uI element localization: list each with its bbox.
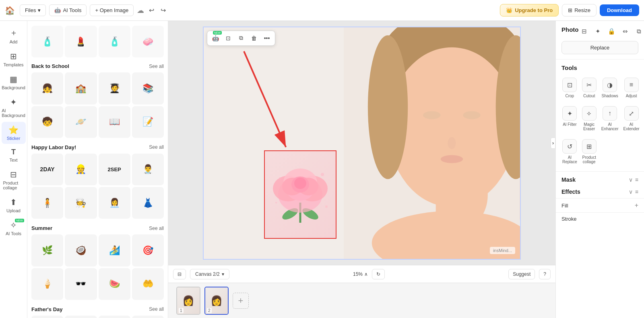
mask-expand-icon[interactable]: ∨ xyxy=(629,176,633,183)
svg-point-8 xyxy=(423,111,441,119)
sidebar-item-label: Text xyxy=(9,158,17,162)
watermark: insMind... xyxy=(490,247,515,254)
undo-icon[interactable]: ↩ xyxy=(147,5,156,16)
tools-title: Tools xyxy=(561,64,638,71)
sticker-item[interactable]: 👨‍⚕️ xyxy=(132,154,164,185)
page-thumb-2[interactable]: 👩 2 xyxy=(204,287,229,315)
svg-rect-16 xyxy=(436,187,468,227)
collapse-panel-btn[interactable]: › xyxy=(551,137,555,149)
download-button[interactable]: Download xyxy=(600,4,639,16)
flip-panel-icon[interactable]: ⇔ xyxy=(620,26,631,37)
help-button[interactable]: ? xyxy=(539,269,551,279)
sticker-product-3[interactable]: 🧴 xyxy=(99,26,130,57)
rose-selection-overlay[interactable] xyxy=(264,150,336,239)
sticker-item[interactable]: ⌚ xyxy=(99,316,130,318)
resize-button[interactable]: ⊞ Resize xyxy=(562,4,597,16)
upgrade-button[interactable]: 👑 Upgrade to Pro xyxy=(500,4,559,16)
sticker-item[interactable]: 👨‍👧 xyxy=(31,316,63,318)
more-toolbar-btn[interactable]: ••• xyxy=(261,33,272,44)
layers-panel-icon[interactable]: ⊟ xyxy=(579,26,590,37)
tool-ai-extender[interactable]: ⤢ AI Extender xyxy=(623,104,640,133)
sidebar-item-label: Product collage xyxy=(3,181,24,190)
tool-shadows[interactable]: ◑ Shadows xyxy=(601,75,619,101)
sidebar-item-text[interactable]: T Text xyxy=(2,145,26,166)
sticker-item[interactable]: 🕶️ xyxy=(65,268,97,300)
sticker-item[interactable]: 🏫 xyxy=(65,72,97,104)
canvas-selector[interactable]: Canvas 2/2 ▾ xyxy=(190,269,229,279)
sidebar-item-product-collage[interactable]: ⊟ Product collage xyxy=(2,166,26,193)
sticker-item[interactable]: 🧑‍🎓 xyxy=(99,72,130,104)
sticker-item[interactable]: 📝 xyxy=(132,106,164,138)
sticker-item[interactable]: 🍦 xyxy=(31,268,63,300)
sticker-item[interactable]: 🧒 xyxy=(31,106,63,138)
tool-crop[interactable]: ⊡ Crop xyxy=(561,75,578,101)
sidebar-item-ai-tools[interactable]: ✧ AI Tools NEW xyxy=(2,217,26,239)
tool-product-collage[interactable]: ⊞ Product collage xyxy=(581,137,597,166)
tool-adjust[interactable]: ≡ Adjust xyxy=(623,75,640,101)
sidebar-item-sticker[interactable]: ⭐ Sticker xyxy=(2,122,26,144)
sidebar-item-templates[interactable]: ⊞ Templates xyxy=(2,48,26,70)
sticker-item[interactable]: 🌿 xyxy=(31,234,63,266)
sticker-item[interactable]: 🧑‍🍳 xyxy=(65,187,97,219)
home-icon[interactable]: 🏠 xyxy=(5,6,15,15)
effects-expand-icon[interactable]: ∨ xyxy=(629,189,633,195)
sticker-product-4[interactable]: 🧼 xyxy=(132,26,164,57)
tool-ai-filter[interactable]: ✦ AI Filter xyxy=(561,104,578,133)
sidebar-item-add[interactable]: ＋ Add xyxy=(2,24,26,47)
sidebar-item-upload[interactable]: ⬆ Upload xyxy=(2,194,26,216)
rotate-button[interactable]: ↻ xyxy=(372,269,385,279)
ai-filter-icon: ✦ xyxy=(562,106,577,121)
sticker-product-1[interactable]: 🧴 xyxy=(31,26,63,57)
sticker-item[interactable]: 👔 xyxy=(132,316,164,318)
ai-tools-button[interactable]: 🤖 AI Tools xyxy=(49,4,87,16)
sticker-item[interactable]: 🪐 xyxy=(65,106,97,138)
layers-button[interactable]: ⊟ xyxy=(173,269,186,279)
see-all-link[interactable]: See all xyxy=(149,306,164,312)
sticker-item[interactable]: 👧 xyxy=(31,72,63,104)
sticker-item[interactable]: 👨‍👦 xyxy=(65,316,97,318)
duplicate-toolbar-btn[interactable]: ⊡ xyxy=(223,33,234,44)
sticker-item[interactable]: 👩‍💼 xyxy=(99,187,130,219)
files-menu[interactable]: Files ▾ xyxy=(20,4,46,16)
tool-ai-replace[interactable]: ↺ AI Replace xyxy=(561,137,578,166)
see-all-link[interactable]: See all xyxy=(149,64,164,69)
sidebar-item-ai-background[interactable]: ✦ AI Background xyxy=(2,94,26,121)
delete-toolbar-btn[interactable]: 🗑 xyxy=(248,33,260,44)
ai-panel-icon[interactable]: ✦ xyxy=(592,26,604,37)
sticker-item[interactable]: 🤲 xyxy=(132,268,164,300)
sticker-item[interactable]: 🏄 xyxy=(99,234,130,266)
sticker-item[interactable]: 👗 xyxy=(132,187,164,219)
mask-settings-icon[interactable]: ≡ xyxy=(635,176,638,183)
see-all-link[interactable]: See all xyxy=(149,226,164,231)
sticker-item[interactable]: 2DAY xyxy=(31,154,63,185)
sticker-item[interactable]: 2SEP xyxy=(99,154,130,185)
effects-settings-icon[interactable]: ≡ xyxy=(635,189,638,195)
canvas-wrapper[interactable]: NEW 🤖 ⊡ ⧉ 🗑 ••• xyxy=(168,21,555,265)
tool-cutout[interactable]: ✂ Cutout xyxy=(581,75,597,101)
svg-point-32 xyxy=(321,173,324,176)
sticker-item[interactable]: 🧍 xyxy=(31,187,63,219)
redo-icon[interactable]: ↪ xyxy=(159,5,167,16)
sidebar-item-background[interactable]: ▦ Background xyxy=(2,71,26,93)
sticker-product-2[interactable]: 💄 xyxy=(65,26,97,57)
sticker-item[interactable]: 🎯 xyxy=(132,234,164,266)
see-all-link[interactable]: See all xyxy=(149,144,164,150)
open-image-button[interactable]: + Open Image xyxy=(90,4,134,16)
lock-panel-icon[interactable]: 🔒 xyxy=(606,26,617,37)
sticker-item[interactable]: 👷 xyxy=(65,154,97,185)
cloud-icon[interactable]: ☁ xyxy=(137,6,144,15)
tool-magic-eraser[interactable]: ⟡ Magic Eraser xyxy=(581,104,597,133)
copy-panel-icon[interactable]: ⧉ xyxy=(634,26,644,37)
add-page-button[interactable]: + xyxy=(233,293,249,309)
suggest-button[interactable]: Suggest xyxy=(508,269,535,279)
sticker-item[interactable]: 📖 xyxy=(99,106,130,138)
copy-toolbar-btn[interactable]: ⧉ xyxy=(235,33,247,44)
sticker-item[interactable]: 📚 xyxy=(132,72,164,104)
fill-add-icon[interactable]: + xyxy=(635,202,638,209)
sticker-item[interactable]: 🍉 xyxy=(99,268,130,300)
ai-toolbar-btn[interactable]: NEW 🤖 xyxy=(210,33,221,44)
replace-button[interactable]: Replace xyxy=(561,41,638,54)
page-thumb-1[interactable]: 👩 1 xyxy=(176,287,200,315)
tool-ai-enhancer[interactable]: ↑ AI Enhancer xyxy=(601,104,619,133)
sticker-item[interactable]: 🥥 xyxy=(65,234,97,266)
